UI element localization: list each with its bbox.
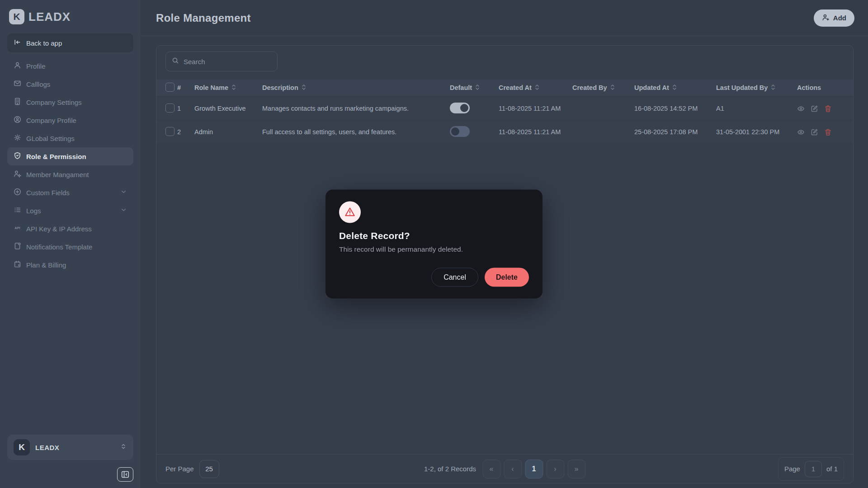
warning-badge bbox=[339, 202, 361, 223]
modal-title: Delete Record? bbox=[339, 230, 529, 241]
modal-message: This record will be permanantly deleted. bbox=[339, 245, 529, 253]
delete-confirm-modal: Delete Record? This record will be perma… bbox=[326, 190, 542, 299]
warning-triangle-icon bbox=[344, 206, 356, 218]
cancel-button[interactable]: Cancel bbox=[431, 268, 478, 287]
modal-actions: Cancel Delete bbox=[339, 268, 529, 287]
delete-button[interactable]: Delete bbox=[485, 268, 529, 287]
